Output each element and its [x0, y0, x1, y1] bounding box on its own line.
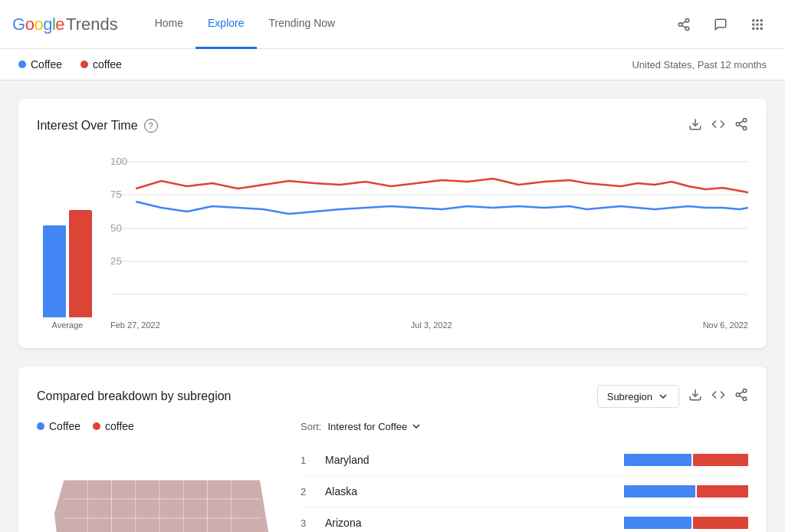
svg-text:75: 75: [110, 190, 122, 200]
region-bar-red-3: [693, 517, 748, 529]
svg-point-17: [743, 126, 747, 130]
svg-rect-12: [757, 27, 759, 29]
usa-map-svg: [37, 442, 282, 532]
term-chip-coffee-lower: coffee: [80, 58, 122, 71]
breakdown-left: Coffee coffee: [37, 420, 282, 532]
apps-button[interactable]: [742, 9, 773, 40]
region-bars-2: [624, 485, 748, 498]
svg-line-19: [739, 121, 743, 123]
svg-text:25: 25: [110, 257, 122, 267]
region-bar-blue-3: [624, 517, 691, 529]
svg-line-34: [739, 392, 743, 394]
sort-dropdown[interactable]: Interest for Coffee: [327, 420, 422, 432]
svg-point-15: [743, 119, 747, 123]
region-bars-1: [624, 454, 748, 466]
download-button-breakdown[interactable]: [688, 388, 702, 405]
line-chart-svg: 100 75 50 25: [110, 146, 748, 315]
svg-text:50: 50: [110, 224, 122, 234]
bar-blue: [43, 225, 66, 317]
nav-item-trending[interactable]: Trending Now: [257, 0, 348, 49]
chevron-down-icon: [657, 390, 669, 402]
region-row-3: 3 Arizona: [301, 507, 748, 532]
legend-dot-blue: [37, 422, 44, 430]
sort-row: Sort: Interest for Coffee: [301, 420, 748, 432]
term-label-coffee-lower: coffee: [93, 58, 122, 71]
search-terms: Coffee coffee: [18, 58, 122, 71]
download-icon-breakdown: [688, 388, 702, 402]
embed-icon-breakdown: [711, 388, 725, 402]
help-icon[interactable]: ?: [144, 119, 158, 133]
region-rank-1: 1: [301, 455, 316, 466]
svg-line-4: [682, 21, 685, 23]
svg-point-1: [678, 22, 682, 26]
breakdown-card-actions: Subregion: [597, 385, 748, 408]
logo: Google Trends: [12, 15, 118, 34]
line-chart-wrapper: 100 75 50 25 Feb 27, 2022 Jul 3, 2022 No…: [110, 146, 748, 330]
x-labels: Feb 27, 2022 Jul 3, 2022 Nov 6, 2022: [110, 317, 748, 330]
svg-rect-6: [757, 19, 759, 21]
legend-dot-red: [93, 422, 100, 430]
x-label-1: Feb 27, 2022: [110, 320, 160, 330]
download-button[interactable]: [688, 117, 702, 134]
term-label-coffee-proper: Coffee: [31, 58, 62, 71]
share-icon-interest[interactable]: [734, 117, 748, 134]
share-icon-interest: [734, 117, 748, 131]
bar-red: [69, 210, 92, 317]
share-button[interactable]: [668, 9, 699, 40]
sort-value: Interest for Coffee: [327, 421, 407, 432]
svg-rect-11: [752, 27, 754, 29]
main-content: Interest Over Time ?: [0, 80, 785, 532]
region-row-1: 1 Maryland: [301, 445, 748, 476]
svg-rect-13: [760, 27, 763, 29]
average-label: Average: [52, 320, 84, 330]
term-chip-coffee-proper: Coffee: [18, 58, 62, 71]
embed-button[interactable]: [711, 117, 725, 134]
svg-point-30: [743, 389, 747, 393]
svg-text:100: 100: [110, 157, 127, 167]
geo-info: United States, Past 12 months: [632, 59, 767, 71]
chart-container: Average 100 75 50 25: [37, 146, 748, 330]
header: Google Trends Home Explore Trending Now: [0, 0, 785, 49]
message-button[interactable]: [705, 9, 736, 40]
apps-icon: [751, 18, 764, 31]
subregion-dropdown[interactable]: Subregion: [597, 385, 679, 408]
embed-button-breakdown[interactable]: [711, 388, 725, 405]
svg-rect-10: [760, 23, 763, 25]
svg-line-33: [739, 396, 743, 398]
share-icon-breakdown[interactable]: [734, 388, 748, 405]
sort-chevron-icon: [410, 420, 422, 432]
region-name-3: Arizona: [325, 517, 615, 529]
svg-rect-8: [752, 23, 754, 25]
nav-item-home[interactable]: Home: [143, 0, 195, 49]
region-bar-blue-1: [624, 454, 691, 466]
main-nav: Home Explore Trending Now: [143, 0, 668, 49]
share-icon-breakdown-svg: [734, 388, 748, 402]
svg-rect-5: [752, 19, 754, 21]
x-label-2: Jul 3, 2022: [411, 320, 452, 330]
blue-line: [136, 202, 748, 214]
legend-label-coffee-lower: coffee: [105, 420, 134, 432]
region-name-1: Maryland: [325, 454, 615, 466]
region-bar-blue-2: [624, 485, 695, 498]
breakdown-card-title: Compared breakdown by subregion: [37, 389, 231, 403]
region-name-2: Alaska: [325, 485, 615, 498]
region-rank-2: 2: [301, 486, 316, 498]
nav-item-explore[interactable]: Explore: [195, 0, 256, 49]
average-bar-chart: Average: [37, 195, 98, 330]
region-row-2: 2 Alaska: [301, 476, 748, 507]
svg-rect-7: [760, 19, 763, 21]
breakdown-card-header: Compared breakdown by subregion Subregio…: [37, 385, 748, 408]
region-bar-red-2: [697, 485, 748, 498]
interest-over-time-card: Interest Over Time ?: [18, 99, 767, 348]
red-line: [136, 179, 748, 192]
svg-point-16: [736, 123, 740, 126]
interest-card-title: Interest Over Time ?: [37, 119, 158, 133]
svg-point-31: [736, 393, 740, 397]
bars: [43, 195, 92, 317]
breakdown-content: Coffee coffee: [37, 420, 748, 532]
share-icon: [677, 18, 691, 31]
breakdown-card: Compared breakdown by subregion Subregio…: [18, 366, 767, 532]
legend-chip-coffee-proper: Coffee: [37, 420, 80, 432]
legend-label-coffee-proper: Coffee: [49, 420, 80, 432]
dot-red: [80, 61, 88, 68]
